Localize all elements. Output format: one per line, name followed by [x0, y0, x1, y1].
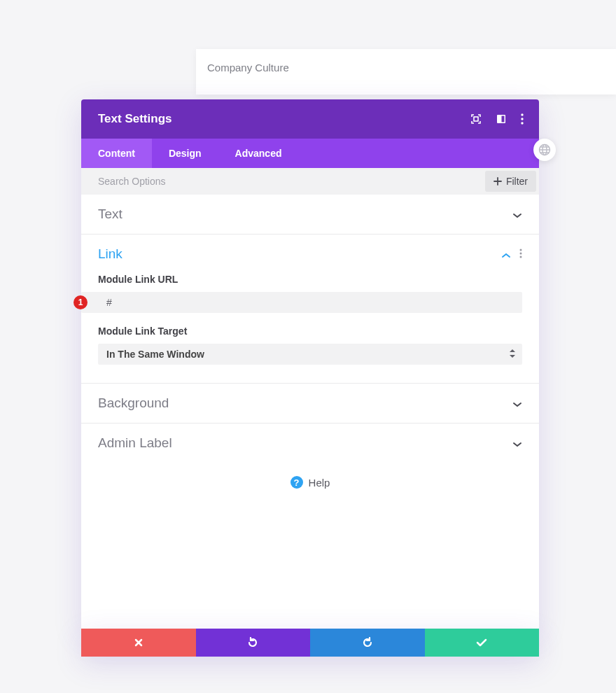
- chevron-down-icon: [512, 435, 522, 451]
- cancel-button[interactable]: [81, 629, 196, 657]
- target-label: Module Link Target: [98, 326, 522, 337]
- footer-actions: [81, 629, 539, 657]
- section-text-head[interactable]: Text: [98, 195, 522, 234]
- expand-icon[interactable]: [470, 113, 482, 125]
- section-link-more-icon[interactable]: [519, 246, 522, 262]
- filter-button[interactable]: Filter: [485, 171, 536, 192]
- tabs: Content Design Advanced: [81, 139, 539, 168]
- section-background-title: Background: [98, 396, 169, 411]
- url-input[interactable]: [81, 292, 522, 313]
- section-link: Link Module Link URL 1 Module Link Targe…: [81, 234, 539, 384]
- section-admin-label-title: Admin Label: [98, 435, 172, 451]
- target-select-wrap: In The Same Window: [98, 344, 522, 365]
- undo-button[interactable]: [196, 629, 311, 657]
- more-vertical-icon[interactable]: [521, 113, 524, 125]
- tab-advanced[interactable]: Advanced: [218, 139, 299, 168]
- svg-point-3: [521, 113, 523, 115]
- svg-point-7: [520, 253, 522, 255]
- section-admin-label-head[interactable]: Admin Label: [98, 424, 522, 463]
- filter-label: Filter: [506, 176, 528, 187]
- tab-design[interactable]: Design: [152, 139, 218, 168]
- svg-point-4: [521, 118, 523, 120]
- svg-point-5: [521, 122, 523, 124]
- section-admin-label: Admin Label: [81, 424, 539, 463]
- target-select[interactable]: In The Same Window: [98, 344, 522, 365]
- search-input[interactable]: [98, 176, 482, 187]
- empty-space: [81, 502, 539, 631]
- chevron-down-icon: [512, 206, 522, 222]
- header-icons: [470, 113, 524, 125]
- section-background: Background: [81, 384, 539, 424]
- panel-mode-icon[interactable]: [496, 113, 507, 125]
- chevron-down-icon: [512, 396, 522, 411]
- help-label: Help: [309, 477, 330, 489]
- section-link-title: Link: [98, 246, 122, 262]
- svg-point-6: [520, 249, 522, 251]
- company-culture-card: Company Culture: [196, 49, 616, 94]
- section-text-title: Text: [98, 206, 122, 222]
- link-body: Module Link URL 1 Module Link Target In …: [98, 274, 522, 383]
- section-text: Text: [81, 195, 539, 234]
- redo-button[interactable]: [310, 629, 425, 657]
- company-culture-text: Company Culture: [207, 62, 289, 74]
- section-background-head[interactable]: Background: [98, 384, 522, 423]
- chevron-up-icon: [501, 246, 511, 262]
- url-input-wrap: 1: [81, 292, 522, 313]
- section-link-head[interactable]: Link: [98, 234, 522, 274]
- help-icon: ?: [290, 476, 303, 489]
- svg-point-8: [520, 256, 522, 258]
- url-label: Module Link URL: [98, 274, 522, 285]
- globe-icon[interactable]: [533, 139, 556, 161]
- settings-panel: Text Settings Content Design Advanced Fi…: [81, 99, 539, 631]
- svg-rect-2: [502, 116, 505, 122]
- help-row[interactable]: ? Help: [81, 463, 539, 502]
- panel-header: Text Settings: [81, 99, 539, 139]
- save-button[interactable]: [425, 629, 540, 657]
- url-step-badge: 1: [74, 295, 88, 309]
- svg-rect-0: [474, 117, 478, 121]
- tab-content[interactable]: Content: [81, 139, 152, 168]
- panel-title: Text Settings: [98, 112, 470, 126]
- search-row: Filter: [81, 168, 539, 195]
